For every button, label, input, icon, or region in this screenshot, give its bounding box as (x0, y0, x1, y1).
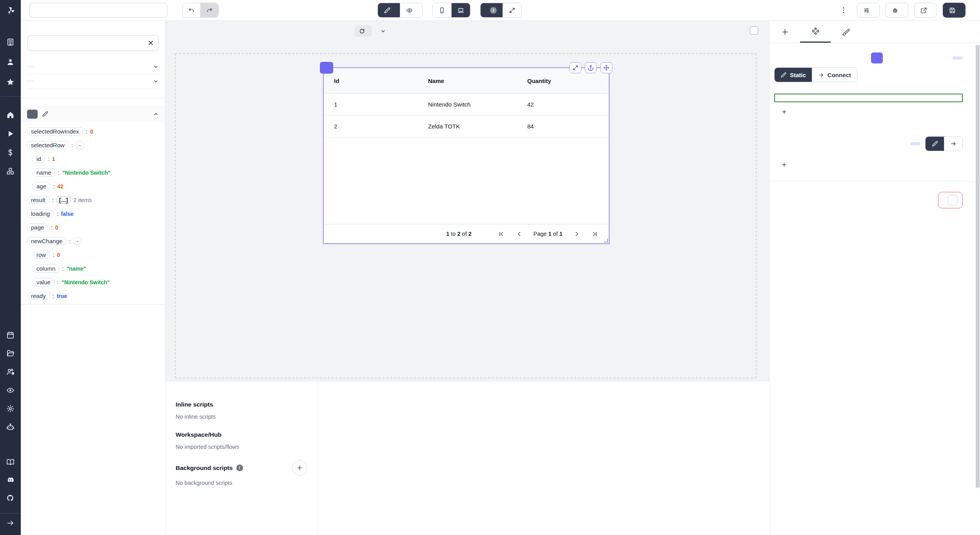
schedule-dropdown[interactable] (378, 28, 386, 34)
search-outputs-input[interactable] (27, 35, 159, 51)
output-key-badge[interactable]: selectedRow (27, 141, 69, 149)
output-key-badge[interactable]: ready (27, 292, 50, 300)
github-icon[interactable] (6, 494, 15, 502)
users-cog-icon[interactable] (6, 368, 15, 376)
table-header-cell[interactable]: Name (418, 78, 517, 84)
folder-open-icon[interactable] (6, 349, 15, 358)
data-source-tab-connect[interactable]: Connect (812, 68, 857, 82)
star-icon[interactable] (6, 78, 15, 86)
table-cell[interactable]: Nintendo Switch (418, 101, 517, 108)
chevron-down-icon (153, 64, 159, 70)
output-key-badge[interactable]: page (27, 223, 48, 231)
debug-runs-button[interactable] (886, 3, 908, 18)
home-icon[interactable] (6, 111, 15, 119)
topbar-actions (840, 3, 980, 18)
static-edit-button[interactable] (926, 137, 944, 151)
pencil-icon (932, 141, 938, 147)
table-cell[interactable]: Zelda TOTK (418, 123, 517, 130)
app-inputs-button[interactable] (857, 3, 880, 18)
aggrid-table-component[interactable]: IdNameQuantity 1Nintendo Switch422Zelda … (323, 67, 610, 244)
table-cell[interactable]: 84 (517, 123, 609, 130)
desktop-view-button[interactable] (451, 3, 470, 17)
first-page-icon[interactable] (497, 230, 505, 238)
table-header-cell[interactable]: Id (324, 78, 418, 84)
boxes-icon[interactable] (6, 167, 15, 175)
add-data-source-item-button[interactable] (781, 109, 790, 115)
table-row[interactable]: 1Nintendo Switch42 (324, 94, 609, 116)
output-key-badge[interactable]: newChange (27, 237, 66, 245)
component-id-badge[interactable] (320, 62, 333, 74)
expand-handle[interactable] (570, 62, 581, 73)
dollar-sign-icon[interactable] (6, 148, 15, 157)
output-value[interactable]: - (76, 141, 84, 149)
table-cell[interactable]: 1 (324, 101, 418, 108)
refresh-button[interactable] (355, 25, 372, 37)
calendar-icon[interactable] (6, 331, 15, 339)
anchor-handle[interactable] (585, 62, 597, 73)
building-icon[interactable] (6, 38, 15, 46)
bot-icon[interactable] (6, 423, 15, 431)
table-cell[interactable]: 42 (517, 101, 609, 108)
laptop-icon (457, 7, 464, 14)
output-key-badge[interactable]: value (33, 278, 54, 286)
hide-bar-checkbox[interactable] (750, 26, 758, 34)
output-value[interactable]: - (73, 237, 82, 245)
runnables-section: Workspace/HubNo imported scripts/flows (176, 430, 307, 450)
next-page-icon[interactable] (573, 230, 581, 238)
data-source-tab-static[interactable]: Static (775, 68, 812, 82)
table-cell[interactable]: 2 (324, 123, 418, 130)
component-settings-tab[interactable] (800, 21, 831, 43)
table-header-cell[interactable]: Quantity (517, 78, 609, 84)
component-row[interactable] (21, 107, 165, 121)
output-key-badge[interactable]: column (33, 264, 59, 273)
output-key-badge[interactable]: name (33, 168, 55, 177)
settings-icon[interactable] (6, 405, 15, 413)
book-open-icon[interactable] (6, 458, 15, 466)
component-id-badge[interactable] (871, 52, 883, 63)
insert-component-tab[interactable] (769, 21, 800, 43)
publish-button[interactable] (914, 3, 937, 18)
output-key-badge[interactable]: id (33, 155, 45, 163)
rename-pencil-icon[interactable] (42, 111, 48, 117)
delete-component-button[interactable] (938, 192, 963, 208)
prev-page-icon[interactable] (515, 230, 523, 238)
output-expand-badge[interactable]: [...] (56, 196, 71, 204)
last-page-icon[interactable] (591, 230, 599, 238)
clear-search-icon[interactable] (147, 39, 154, 47)
outputs-panel: selectedRowIndex:0selectedRow:-id:1name:… (21, 21, 165, 535)
mobile-view-button[interactable] (433, 3, 451, 17)
output-key-badge[interactable]: result (27, 196, 49, 204)
redo-button[interactable] (200, 3, 218, 17)
add-background-script-button[interactable] (292, 460, 307, 475)
discord-icon[interactable] (6, 476, 15, 484)
debug-outline-button[interactable]: i (481, 3, 503, 17)
scrollbar-thumb[interactable] (976, 45, 980, 488)
move-handle[interactable] (601, 62, 612, 73)
component-id-badge[interactable] (27, 110, 38, 119)
table-row[interactable]: 2Zelda TOTK84 (324, 116, 609, 137)
app-summary-input[interactable] (29, 3, 167, 18)
output-key-badge[interactable]: age (33, 182, 50, 190)
styling-tab[interactable] (831, 21, 861, 43)
state-row[interactable] (27, 74, 159, 89)
add-column-def-button[interactable] (781, 162, 790, 168)
eye-icon[interactable] (6, 386, 15, 394)
editor-tab[interactable] (378, 3, 400, 17)
debug-fullscreen-toggle: i (480, 3, 522, 18)
user-icon[interactable] (6, 58, 15, 66)
play-icon[interactable] (6, 130, 15, 138)
connect-button[interactable] (944, 137, 962, 151)
output-key-badge[interactable]: selectedRowIndex (27, 127, 83, 136)
output-key-badge[interactable]: loading (27, 210, 54, 218)
arrow-right-icon[interactable] (6, 519, 15, 527)
ctx-row[interactable] (27, 60, 159, 74)
resize-handle[interactable] (604, 239, 608, 242)
info-icon: i (236, 465, 243, 471)
undo-button[interactable] (183, 3, 200, 17)
kebab-menu-icon[interactable] (840, 6, 848, 14)
fullscreen-button[interactable] (503, 3, 521, 17)
output-key-badge[interactable]: row (33, 251, 50, 259)
save-button[interactable] (943, 3, 965, 18)
preview-tab[interactable] (400, 3, 422, 17)
windmill-logo[interactable] (0, 0, 21, 21)
